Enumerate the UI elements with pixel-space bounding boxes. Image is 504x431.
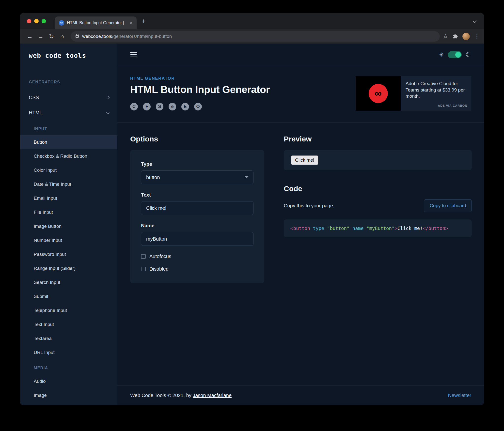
ad-attribution[interactable]: ADS VIA CARBON (438, 104, 467, 108)
sidebar-item-telephone-input[interactable]: Telephone Input (20, 303, 117, 317)
page: web code tools GENERATORS CSSHTMLINPUTBu… (20, 44, 484, 405)
carbon-ad[interactable]: ∞ Adobe Creative Cloud for Teams startin… (356, 76, 471, 111)
profile-avatar[interactable] (462, 33, 470, 40)
tab-strip: </> HTML Button Input Generator | × + (20, 13, 484, 29)
sidebar-item-search-input[interactable]: Search Input (20, 275, 117, 289)
edge-icon: E (181, 103, 189, 110)
extensions-icon[interactable] (453, 34, 458, 39)
preview-button[interactable]: Click me! (291, 155, 318, 165)
sidebar-item-file-input[interactable]: File Input (20, 205, 117, 219)
sidebar-item-number-input[interactable]: Number Input (20, 233, 117, 247)
sidebar-item-checkbox-radio-button[interactable]: Checkbox & Radio Button (20, 149, 117, 163)
sidebar-item-css[interactable]: CSS (20, 90, 117, 105)
type-select-value: button (146, 175, 160, 180)
options-card: Type button Text Name Autofocus (130, 150, 264, 283)
sidebar-item-email-input[interactable]: Email Input (20, 191, 117, 205)
sidebar-item-date-time-input[interactable]: Date & Time Input (20, 177, 117, 191)
preview-card: Click me! (284, 150, 472, 170)
sidebar-item-audio[interactable]: Audio (20, 374, 117, 388)
sidebar-item-label: CSS (29, 95, 39, 100)
ie-icon: e (169, 103, 176, 110)
site-logo[interactable]: web code tools (20, 44, 117, 70)
ad-copy[interactable]: Adobe Creative Cloud for Teams starting … (406, 81, 465, 99)
code-snippet[interactable]: <button type="button" name="myButton">Cl… (284, 219, 472, 237)
ad-image: ∞ (356, 76, 401, 111)
back-button[interactable]: ← (24, 33, 35, 40)
new-tab-button[interactable]: + (142, 18, 145, 25)
opera-icon: O (194, 103, 202, 110)
content-area: Options Type button Text Name (117, 123, 484, 385)
sidebar-item-text-input[interactable]: Text Input (20, 317, 117, 331)
options-column: Options Type button Text Name (130, 135, 264, 385)
name-label: Name (141, 223, 253, 229)
page-header: HTML GENERATOR HTML Button Input Generat… (117, 66, 484, 123)
chevron-down-icon (245, 176, 248, 178)
disabled-checkbox[interactable] (141, 267, 146, 271)
code-heading: Code (284, 185, 472, 193)
chevron-down-icon (106, 111, 110, 114)
text-label: Text (141, 192, 253, 198)
disabled-row: Disabled (141, 266, 253, 272)
main-area: ☀ ☾ HTML GENERATOR HTML Button Input Gen… (117, 44, 484, 405)
active-tab[interactable]: </> HTML Button Input Generator | × (55, 16, 137, 29)
tab-favicon-icon: </> (59, 20, 64, 26)
browser-toolbar: ← → ↻ ⌂ webcode.tools/generators/html/in… (20, 29, 484, 44)
copy-to-clipboard-button[interactable]: Copy to clipboard (424, 199, 472, 212)
sidebar-item-html[interactable]: HTML (20, 105, 117, 120)
url-domain: webcode.tools (82, 34, 112, 39)
sidebar-item-label: HTML (29, 110, 42, 116)
sidebar-section-label-input: INPUT (20, 120, 117, 135)
author-link[interactable]: Jason Macfarlane (193, 393, 232, 398)
newsletter-link[interactable]: Newsletter (448, 393, 471, 398)
toolbar-right: ☆ ⋮ (443, 33, 480, 40)
moon-icon: ☾ (466, 51, 471, 59)
tab-search-chevron-icon[interactable] (473, 19, 477, 23)
sidebar: web code tools GENERATORS CSSHTMLINPUTBu… (20, 44, 117, 405)
bookmark-star-icon[interactable]: ☆ (443, 33, 448, 40)
sidebar-item-textarea[interactable]: Textarea (20, 331, 117, 345)
sidebar-item-submit[interactable]: Submit (20, 289, 117, 303)
address-bar[interactable]: webcode.tools/generators/html/input-butt… (71, 31, 440, 42)
code-header-row: Copy this to your page. Copy to clipboar… (284, 199, 472, 212)
chevron-right-icon (106, 96, 110, 99)
code-hint: Copy this to your page. (284, 203, 334, 209)
type-select[interactable]: button (141, 170, 253, 184)
window-controls (27, 13, 46, 29)
adobe-cc-logo-icon: ∞ (369, 84, 388, 103)
sidebar-item-image-button[interactable]: Image Button (20, 219, 117, 233)
preview-heading: Preview (284, 135, 472, 143)
home-button[interactable]: ⌂ (57, 33, 68, 40)
text-input[interactable] (141, 201, 253, 215)
toggle-knob (455, 52, 461, 58)
ad-text: Adobe Creative Cloud for Teams starting … (401, 76, 471, 111)
sidebar-item-range-input-slider[interactable]: Range Input (Slider) (20, 261, 117, 275)
sidebar-group-label: GENERATORS (20, 70, 117, 90)
page-topbar: ☀ ☾ (117, 44, 484, 66)
firefox-icon: F (143, 103, 151, 110)
safari-icon: S (156, 103, 163, 110)
tab-close-icon[interactable]: × (130, 20, 133, 25)
close-window-button[interactable] (27, 19, 31, 23)
preview-column: Preview Click me! Code Copy this to your… (284, 135, 472, 385)
sidebar-item-video[interactable]: Video (20, 402, 117, 405)
theme-controls: ☀ ☾ (439, 51, 471, 59)
sidebar-section-label-media: MEDIA (20, 359, 117, 374)
hamburger-menu-icon[interactable] (130, 52, 137, 57)
sidebar-item-button[interactable]: Button (20, 135, 117, 149)
browser-menu-icon[interactable]: ⋮ (474, 33, 480, 40)
name-input[interactable] (141, 232, 253, 246)
sidebar-item-color-input[interactable]: Color Input (20, 163, 117, 177)
dark-mode-toggle[interactable] (448, 51, 462, 58)
sidebar-item-url-input[interactable]: URL Input (20, 345, 117, 359)
sidebar-item-image[interactable]: Image (20, 388, 117, 402)
url-text: webcode.tools/generators/html/input-butt… (82, 34, 172, 39)
autofocus-checkbox[interactable] (141, 254, 146, 259)
footer-text: Web Code Tools © 2021, by (130, 393, 193, 398)
zoom-window-button[interactable] (42, 19, 46, 23)
reload-button[interactable]: ↻ (46, 33, 57, 40)
url-path: /generators/html/input-button (112, 34, 172, 39)
minimize-window-button[interactable] (34, 19, 39, 23)
options-heading: Options (130, 135, 264, 143)
sidebar-item-password-input[interactable]: Password Input (20, 247, 117, 261)
forward-button[interactable]: → (35, 33, 46, 40)
